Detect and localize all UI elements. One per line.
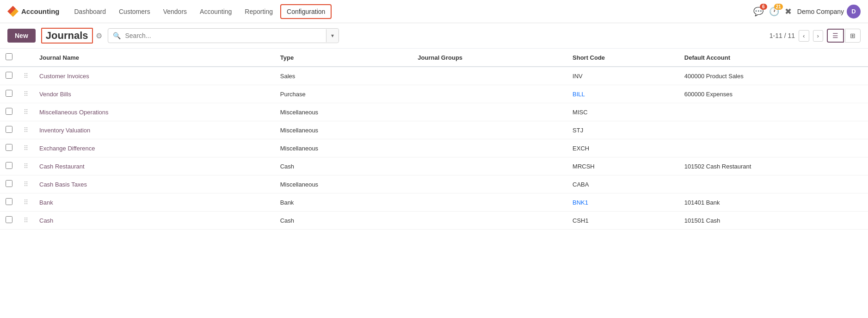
drag-handle-cell: ⠿	[18, 157, 34, 175]
row-short-code: STJ	[567, 121, 679, 139]
pagination-area: 1-11 / 11 ‹ › ☰ ⊞	[770, 29, 861, 43]
journal-name-link[interactable]: Cash Basis Taxes	[39, 181, 87, 188]
table-row: ⠿ Inventory Valuation Miscellaneous STJ	[0, 121, 868, 139]
row-checkbox-cell	[0, 212, 18, 230]
row-short-code: CSH1	[567, 212, 679, 230]
select-all-header	[0, 49, 18, 67]
row-journal-name: Cash Basis Taxes	[34, 175, 275, 193]
col-header-journal-groups: Journal Groups	[412, 49, 567, 67]
short-code-value: BILL	[573, 91, 585, 98]
gear-icon[interactable]: ⚙	[96, 31, 102, 40]
row-checkbox[interactable]	[6, 162, 12, 169]
journal-name-link[interactable]: Exchange Difference	[39, 145, 95, 152]
short-code-value: STJ	[573, 127, 583, 134]
row-checkbox[interactable]	[6, 90, 12, 97]
drag-handle-icon[interactable]: ⠿	[24, 162, 28, 170]
drag-handle-icon[interactable]: ⠿	[24, 108, 28, 116]
row-short-code: INV	[567, 67, 679, 85]
col-header-journal-name: Journal Name	[34, 49, 275, 67]
short-code-value: CSH1	[573, 217, 589, 224]
row-default-account	[679, 175, 868, 193]
prev-page-button[interactable]: ‹	[799, 30, 809, 42]
drag-handle-icon[interactable]: ⠿	[24, 126, 28, 134]
journal-name-link[interactable]: Cash	[39, 217, 53, 224]
messages-button[interactable]: 💬 6	[753, 6, 763, 17]
search-dropdown-button[interactable]: ▾	[326, 29, 339, 42]
row-checkbox[interactable]	[6, 108, 12, 115]
table-row: ⠿ Miscellaneous Operations Miscellaneous…	[0, 103, 868, 121]
toolbar: New Journals ⚙ 🔍 ▾ 1-11 / 11 ‹ › ☰ ⊞	[0, 23, 868, 49]
topnav-right: 💬 6 🕐 21 ✖ Demo Company D	[753, 5, 861, 19]
short-code-value: INV	[573, 73, 583, 80]
clock-badge: 21	[774, 4, 783, 10]
drag-handle-icon[interactable]: ⠿	[24, 181, 28, 188]
nav-dashboard[interactable]: Dashboard	[69, 5, 112, 18]
row-default-account: 101502 Cash Restaurant	[679, 157, 868, 175]
row-type: Miscellaneous	[275, 121, 412, 139]
drag-handle-icon[interactable]: ⠿	[24, 72, 28, 80]
col-header-type: Type	[275, 49, 412, 67]
journals-table-container: Journal Name Type Journal Groups Short C…	[0, 49, 868, 230]
row-short-code: BNK1	[567, 193, 679, 212]
drag-handle-icon[interactable]: ⠿	[24, 217, 28, 224]
clock-button[interactable]: 🕐 21	[769, 6, 779, 17]
row-groups	[412, 67, 567, 85]
row-journal-name: Miscellaneous Operations	[34, 103, 275, 121]
brand-logo[interactable]: Accounting	[7, 6, 60, 17]
list-view-button[interactable]: ☰	[827, 29, 844, 43]
nav-reporting[interactable]: Reporting	[239, 5, 278, 18]
row-checkbox[interactable]	[6, 180, 12, 187]
next-page-button[interactable]: ›	[813, 30, 823, 42]
row-checkbox[interactable]	[6, 72, 12, 79]
journal-name-link[interactable]: Vendor Bills	[39, 91, 71, 98]
row-groups	[412, 139, 567, 157]
select-all-checkbox[interactable]	[6, 53, 12, 60]
drag-handle-cell: ⠿	[18, 85, 34, 103]
row-groups	[412, 193, 567, 212]
row-checkbox[interactable]	[6, 144, 12, 151]
top-navigation: Accounting Dashboard Customers Vendors A…	[0, 0, 868, 23]
drag-handle-icon[interactable]: ⠿	[24, 144, 28, 152]
short-code-value: BNK1	[573, 199, 588, 206]
row-default-account: 101501 Cash	[679, 212, 868, 230]
row-groups	[412, 175, 567, 193]
nav-accounting[interactable]: Accounting	[194, 5, 237, 18]
nav-customers[interactable]: Customers	[113, 5, 156, 18]
row-default-account	[679, 121, 868, 139]
row-type: Cash	[275, 157, 412, 175]
row-short-code: MRCSH	[567, 157, 679, 175]
kanban-view-button[interactable]: ⊞	[845, 29, 861, 43]
journal-name-link[interactable]: Miscellaneous Operations	[39, 109, 109, 116]
drag-handle-cell: ⠿	[18, 121, 34, 139]
row-checkbox[interactable]	[6, 126, 12, 133]
row-short-code: EXCH	[567, 139, 679, 157]
journal-name-link[interactable]: Cash Restaurant	[39, 163, 85, 170]
drag-handle-icon[interactable]: ⠿	[24, 199, 28, 206]
row-journal-name: Customer Invoices	[34, 67, 275, 85]
row-groups	[412, 85, 567, 103]
nav-vendors[interactable]: Vendors	[158, 5, 192, 18]
drag-handle-icon[interactable]: ⠿	[24, 90, 28, 98]
row-short-code: CABA	[567, 175, 679, 193]
brand-name: Accounting	[21, 7, 60, 15]
company-name: Demo Company	[797, 8, 844, 15]
row-journal-name: Cash	[34, 212, 275, 230]
row-checkbox-cell	[0, 85, 18, 103]
row-checkbox[interactable]	[6, 198, 12, 205]
table-row: ⠿ Cash Basis Taxes Miscellaneous CABA	[0, 175, 868, 193]
new-button[interactable]: New	[7, 29, 36, 43]
apps-button[interactable]: ✖	[785, 6, 792, 17]
journal-name-link[interactable]: Customer Invoices	[39, 73, 89, 80]
journal-name-link[interactable]: Bank	[39, 199, 53, 206]
row-checkbox-cell	[0, 157, 18, 175]
journal-name-link[interactable]: Inventory Valuation	[39, 127, 90, 134]
row-type: Miscellaneous	[275, 175, 412, 193]
user-menu[interactable]: Demo Company D	[797, 5, 861, 19]
search-input[interactable]	[125, 29, 326, 43]
drag-handle-cell: ⠿	[18, 139, 34, 157]
row-default-account: 101401 Bank	[679, 193, 868, 212]
search-icon: 🔍	[108, 29, 125, 43]
nav-configuration[interactable]: Configuration	[280, 4, 332, 19]
table-row: ⠿ Bank Bank BNK1 101401 Bank	[0, 193, 868, 212]
row-checkbox[interactable]	[6, 216, 12, 223]
